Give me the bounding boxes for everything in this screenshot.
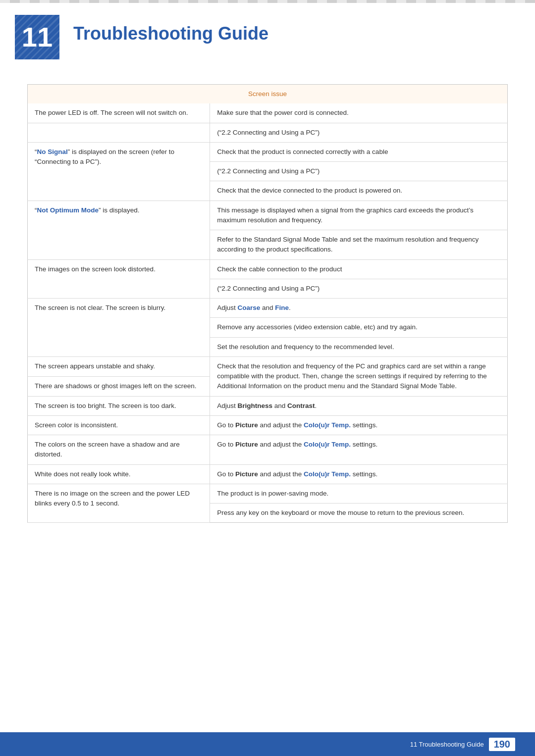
solution-cell: Set the resolution and frequency to the … (210, 337, 508, 356)
solution-text: Check the cable connection to the produc… (217, 265, 342, 273)
solution-text: Check that the product is connected corr… (217, 148, 388, 155)
solution-text: Adjust Coarse and Fine. (217, 304, 291, 311)
solution-text: This message is displayed when a signal … (217, 206, 474, 224)
issue-cell (28, 123, 210, 142)
issue-cell: Screen color is inconsistent. (28, 415, 210, 435)
table-row: The screen is not clear. The screen is b… (28, 299, 508, 318)
solution-text: Check that the device connected to the p… (217, 187, 402, 194)
issue-cell: The power LED is off. The screen will no… (28, 103, 210, 123)
table-row: “Not Optimum Mode” is displayed. This me… (28, 201, 508, 230)
issue-text: The power LED is off. The screen will no… (35, 109, 188, 116)
solution-cell: Make sure that the power cord is connect… (210, 103, 508, 123)
issue-text: The images on the screen look distorted. (35, 265, 156, 273)
issue-cell: There is no image on the screen and the … (28, 484, 210, 523)
issue-text: Screen color is inconsistent. (35, 421, 118, 429)
issue-cell: The screen appears unstable and shaky. (28, 356, 210, 376)
solution-cell: Check that the device connected to the p… (210, 181, 508, 201)
solution-cell: Adjust Brightness and Contrast. (210, 396, 508, 415)
issue-cell: The screen is too bright. The screen is … (28, 396, 210, 415)
solution-cell: Check that the resolution and frequency … (210, 356, 508, 396)
table-row: The screen appears unstable and shaky. C… (28, 356, 508, 376)
solution-cell: (“2.2 Connecting and Using a PC”) (210, 123, 508, 142)
solution-text: (“2.2 Connecting and Using a PC”) (217, 285, 320, 292)
solution-cell: Adjust Coarse and Fine. (210, 299, 508, 318)
table-header: Screen issue (28, 85, 508, 104)
table-row: “No Signal” is displayed on the screen (… (28, 142, 508, 161)
page-footer: 11 Troubleshooting Guide 190 (0, 732, 535, 756)
solution-text: The product is in power-saving mode. (217, 490, 328, 497)
solution-cell: Press any key on the keyboard or move th… (210, 504, 508, 523)
issue-cell: The screen is not clear. The screen is b… (28, 299, 210, 357)
solution-text: (“2.2 Connecting and Using a PC”) (217, 129, 320, 136)
solution-text: (“2.2 Connecting and Using a PC”) (217, 167, 320, 175)
solution-cell: Refer to the Standard Signal Mode Table … (210, 230, 508, 260)
solution-text: Press any key on the keyboard or move th… (217, 509, 464, 516)
solution-text: Go to Picture and adjust the Colo(u)r Te… (217, 470, 377, 478)
solution-cell: The product is in power-saving mode. (210, 484, 508, 503)
solution-text: Adjust Brightness and Contrast. (217, 402, 317, 409)
table-row: The power LED is off. The screen will no… (28, 103, 508, 123)
solution-text: Remove any accessories (video extension … (217, 323, 417, 331)
solution-cell: Go to Picture and adjust the Colo(u)r Te… (210, 415, 508, 435)
chapter-number: 11 (22, 23, 53, 51)
issue-text: There is no image on the screen and the … (35, 490, 190, 507)
solution-cell: (“2.2 Connecting and Using a PC”) (210, 279, 508, 298)
solution-cell: This message is displayed when a signal … (210, 201, 508, 230)
solution-text: Check that the resolution and frequency … (217, 362, 487, 390)
page-header: 11 Troubleshooting Guide (0, 0, 535, 69)
issue-cell: The images on the screen look distorted. (28, 259, 210, 299)
solution-cell: (“2.2 Connecting and Using a PC”) (210, 162, 508, 181)
issue-cell: White does not really look white. (28, 464, 210, 484)
solution-text: Refer to the Standard Signal Mode Table … (217, 236, 479, 253)
issue-cell: “Not Optimum Mode” is displayed. (28, 201, 210, 259)
table-row: The screen is too bright. The screen is … (28, 396, 508, 415)
solution-cell: Go to Picture and adjust the Colo(u)r Te… (210, 464, 508, 484)
table-row: White does not really look white. Go to … (28, 464, 508, 484)
table-row: There is no image on the screen and the … (28, 484, 508, 503)
footer-text: 11 Troubleshooting Guide (410, 741, 484, 748)
issue-cell: “No Signal” is displayed on the screen (… (28, 142, 210, 201)
chapter-title: Troubleshooting Guide (73, 24, 268, 44)
issue-text: There are shadows or ghost images left o… (35, 382, 196, 390)
table-row: The colors on the screen have a shadow a… (28, 435, 508, 465)
table-row: (“2.2 Connecting and Using a PC”) (28, 123, 508, 142)
troubleshooting-table: Screen issue The power LED is off. The s… (27, 84, 508, 523)
issue-text: The colors on the screen have a shadow a… (35, 441, 180, 458)
solution-cell: Go to Picture and adjust the Colo(u)r Te… (210, 435, 508, 465)
issue-text: “No Signal” is displayed on the screen (… (35, 148, 174, 165)
solution-cell: Check the cable connection to the produc… (210, 259, 508, 279)
issue-text: The screen is too bright. The screen is … (35, 402, 176, 409)
issue-text: The screen is not clear. The screen is b… (35, 304, 165, 311)
issue-cell: The colors on the screen have a shadow a… (28, 435, 210, 465)
page-number: 190 (489, 738, 515, 751)
solution-text: Set the resolution and frequency to the … (217, 343, 394, 351)
issue-cell: There are shadows or ghost images left o… (28, 376, 210, 396)
issue-text: “Not Optimum Mode” is displayed. (35, 206, 140, 214)
solution-text: Make sure that the power cord is connect… (217, 109, 349, 116)
main-content: Screen issue The power LED is off. The s… (0, 69, 535, 553)
solution-cell: Check that the product is connected corr… (210, 142, 508, 161)
table-row: Screen color is inconsistent. Go to Pict… (28, 415, 508, 435)
solution-cell: Remove any accessories (video extension … (210, 318, 508, 337)
table-row: The images on the screen look distorted.… (28, 259, 508, 279)
issue-text: The screen appears unstable and shaky. (35, 362, 155, 370)
chapter-block: 11 (15, 15, 59, 59)
solution-text: Go to Picture and adjust the Colo(u)r Te… (217, 421, 377, 429)
issue-text: White does not really look white. (35, 470, 131, 478)
solution-text: Go to Picture and adjust the Colo(u)r Te… (217, 441, 377, 448)
